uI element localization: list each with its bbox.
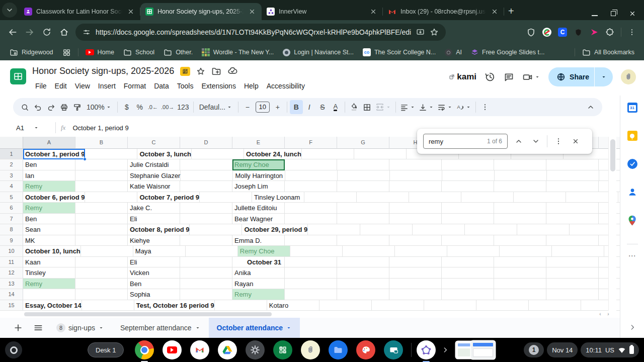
bookmark-ridgewood[interactable]: Ridgewood bbox=[5, 48, 58, 57]
cell-L1[interactable] bbox=[616, 149, 620, 160]
search-button[interactable] bbox=[18, 100, 31, 114]
cell-I8[interactable] bbox=[465, 224, 517, 235]
document-title[interactable]: Honor Society sign-ups, 2025-2026 bbox=[32, 66, 174, 76]
cell-D5[interactable] bbox=[200, 192, 252, 203]
cell-C2[interactable]: Julie Cristaldi bbox=[128, 159, 180, 170]
find-next-button[interactable] bbox=[530, 135, 542, 147]
cell-D15[interactable] bbox=[215, 300, 267, 311]
screencast-shelf-button[interactable] bbox=[384, 340, 403, 359]
cell-G11[interactable] bbox=[337, 257, 389, 268]
percent-format-button[interactable]: % bbox=[133, 100, 146, 114]
cell-B4[interactable] bbox=[75, 181, 128, 192]
cell-J9[interactable] bbox=[494, 235, 546, 246]
cell-B9[interactable] bbox=[75, 235, 128, 246]
cell-E1[interactable]: October 24, lunch bbox=[244, 149, 302, 160]
cell-C13[interactable]: Ben bbox=[128, 279, 180, 290]
column-header-F[interactable]: F bbox=[285, 137, 337, 149]
row-header-12[interactable]: 12 bbox=[0, 267, 23, 279]
menu-data[interactable]: Data bbox=[150, 80, 173, 92]
bookmark-other[interactable]: Other. bbox=[159, 48, 197, 57]
cell-I12[interactable] bbox=[442, 267, 494, 279]
cell-D12[interactable] bbox=[180, 267, 232, 279]
column-header-C[interactable]: C bbox=[128, 137, 180, 149]
cell-K12[interactable] bbox=[546, 267, 599, 279]
cell-J6[interactable] bbox=[494, 203, 546, 214]
menu-insert[interactable]: Insert bbox=[94, 80, 120, 92]
menu-file[interactable]: File bbox=[31, 80, 51, 92]
column-header-A[interactable]: A bbox=[23, 137, 75, 149]
row-header-1[interactable]: 1 bbox=[0, 149, 23, 160]
cell-D6[interactable] bbox=[180, 203, 232, 214]
cell-H12[interactable] bbox=[389, 267, 442, 279]
version-history-icon[interactable] bbox=[485, 71, 496, 82]
number-format-button[interactable]: 123 bbox=[176, 100, 190, 114]
bookmark-free-google-slides-t[interactable]: Free Google Slides t... bbox=[466, 49, 549, 56]
sheet-tab-sign-ups[interactable]: 8sign-ups bbox=[48, 318, 112, 338]
vertical-scrollbar-thumb[interactable] bbox=[610, 139, 615, 171]
cell-H8[interactable] bbox=[413, 224, 465, 235]
cell-H4[interactable] bbox=[389, 181, 442, 192]
cell-I9[interactable] bbox=[442, 235, 494, 246]
cell-F15[interactable] bbox=[319, 300, 372, 311]
cell-F13[interactable] bbox=[285, 279, 337, 290]
browser-tab-3[interactable]: InnerView bbox=[262, 3, 383, 20]
cell-K7[interactable] bbox=[546, 214, 599, 225]
sheets-logo-icon[interactable] bbox=[10, 68, 26, 84]
row-header-5[interactable]: 5 bbox=[0, 192, 23, 203]
vertical-align-button[interactable] bbox=[417, 100, 436, 114]
cell-A9[interactable]: MK bbox=[23, 235, 75, 246]
row-header-6[interactable]: 6 bbox=[0, 203, 23, 214]
tab-search-button[interactable] bbox=[2, 3, 17, 18]
undo-button[interactable] bbox=[31, 100, 44, 114]
cell-C14[interactable]: Sophia bbox=[128, 289, 180, 300]
cell-F9[interactable] bbox=[285, 235, 337, 246]
cell-G2[interactable] bbox=[337, 159, 389, 170]
cell-A15[interactable]: Essay, October 14 bbox=[23, 300, 82, 311]
cell-B5[interactable] bbox=[85, 192, 137, 203]
currency-format-button[interactable]: $ bbox=[120, 100, 133, 114]
window-close-button[interactable] bbox=[629, 10, 636, 17]
cell-A12[interactable]: Tinsley bbox=[23, 267, 75, 279]
find-input-field[interactable]: 1 of 6 bbox=[423, 134, 508, 149]
reader-extension-icon[interactable] bbox=[542, 28, 551, 37]
cell-G13[interactable] bbox=[337, 279, 389, 290]
cell-G9[interactable] bbox=[337, 235, 389, 246]
launcher-button[interactable] bbox=[5, 341, 22, 358]
column-header-D[interactable]: D bbox=[180, 137, 232, 149]
cell-G12[interactable] bbox=[337, 267, 389, 279]
bookmark-the-scoir-college-n[interactable]: coThe Scoir College N... bbox=[358, 48, 440, 56]
cell-C15[interactable]: Test, October 16 period 9 bbox=[134, 300, 215, 311]
vertical-scrollbar[interactable] bbox=[608, 137, 616, 311]
contacts-icon[interactable] bbox=[627, 187, 637, 197]
home-button[interactable] bbox=[55, 24, 72, 41]
classlink-icon[interactable]: C bbox=[558, 28, 567, 37]
cell-D4[interactable] bbox=[180, 181, 232, 192]
cell-I14[interactable] bbox=[442, 289, 494, 300]
cell-C12[interactable]: Vicken bbox=[128, 267, 180, 279]
text-color-button[interactable]: A bbox=[329, 100, 342, 114]
cell-B12[interactable] bbox=[75, 267, 128, 279]
back-button[interactable] bbox=[4, 24, 21, 41]
calculator-shelf-button[interactable] bbox=[273, 340, 292, 359]
comments-icon[interactable] bbox=[504, 72, 514, 82]
cell-E3[interactable]: Molly Harrington bbox=[233, 170, 285, 182]
cell-I7[interactable] bbox=[442, 214, 494, 225]
browser-menu-button[interactable] bbox=[628, 28, 636, 36]
cell-K6[interactable] bbox=[546, 203, 599, 214]
cell-F7[interactable] bbox=[285, 214, 337, 225]
cell-A8[interactable]: Sean bbox=[23, 224, 75, 235]
row-header-2[interactable]: 2 bbox=[0, 159, 23, 170]
cell-J14[interactable] bbox=[494, 289, 546, 300]
youtube-shelf-button[interactable] bbox=[163, 340, 182, 359]
cell-E9[interactable]: Emma D. bbox=[232, 235, 285, 246]
extensions-puzzle-icon[interactable] bbox=[605, 28, 614, 37]
scroll-left-arrow[interactable]: ‹ bbox=[597, 311, 604, 317]
address-bar[interactable]: https://docs.google.com/spreadsheets/d/1… bbox=[75, 24, 446, 41]
cell-F4[interactable] bbox=[285, 181, 337, 192]
row-header-3[interactable]: 3 bbox=[0, 170, 23, 182]
window-minimize-button[interactable] bbox=[592, 15, 598, 16]
text-wrap-button[interactable] bbox=[436, 100, 454, 114]
scroll-right-arrow[interactable]: › bbox=[605, 311, 612, 317]
cell-C3[interactable]: Stephanie Glazer bbox=[128, 170, 181, 182]
window-preview[interactable] bbox=[471, 341, 495, 359]
